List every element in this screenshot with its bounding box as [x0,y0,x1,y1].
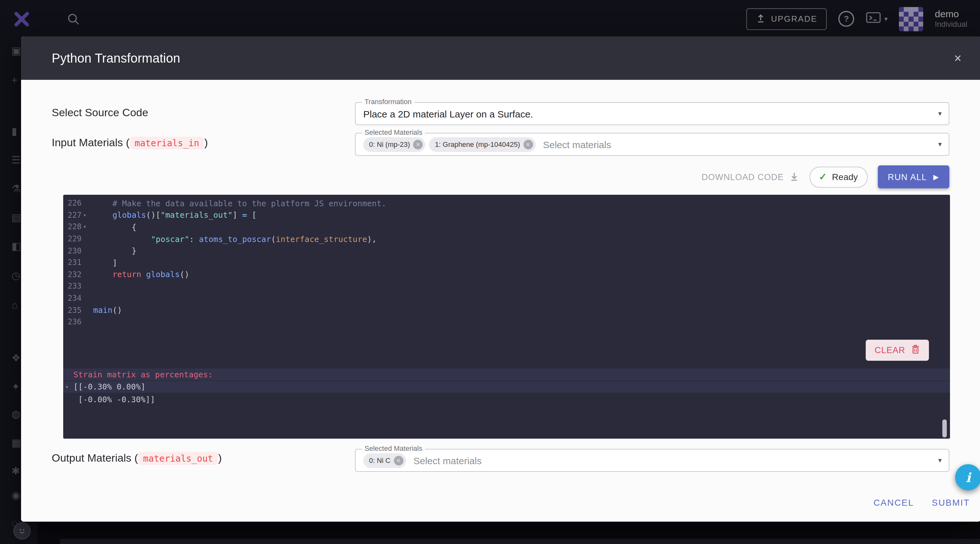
fold-caret-icon[interactable]: ▾ [83,212,86,218]
chevron-down-icon[interactable]: ▾ [938,456,942,464]
download-code-label: DOWNLOAD CODE [702,172,784,182]
code-panel: 226 # Make the data available to the pla… [63,195,950,439]
select-source-code-label: Select Source Code [52,107,148,119]
code-line: 229 "poscar": atoms_to_poscar(interface_… [63,233,950,245]
remove-chip-icon[interactable]: × [523,140,533,149]
selected-materials-label: Selected Materials [362,128,425,136]
submit-button[interactable]: SUBMIT [932,497,970,507]
transformation-value: Place a 2D material Layer on a Surface. [363,108,533,119]
code-line: 231 ] [63,257,950,269]
status-badge: ✓ Ready [809,166,867,188]
transformation-select[interactable]: Transformation Place a 2D material Layer… [355,102,949,125]
chip-label: 1: Graphene (mp-1040425) [435,140,520,148]
line-number: 228▾ [63,223,93,231]
download-code-button[interactable]: DOWNLOAD CODE [702,171,799,183]
input-materials-label: Input Materials (materials_in) [52,137,208,150]
input-materials-label-suffix: ) [204,137,208,150]
code-text: main() [93,305,122,315]
select-materials-placeholder: Select materials [543,139,611,150]
chip-label: 0: Ni C [369,457,390,464]
console-text: Strain matrix as percentages: [73,370,213,379]
material-chip[interactable]: 0: Ni (mp-23)× [363,137,425,152]
code-line: 230 } [63,245,950,257]
console-line: [-0.00% -0.30%]] [63,393,950,405]
output-materials-label: Output Materials (materials_out) [52,452,222,465]
line-number: 231 [63,258,93,267]
close-icon[interactable]: × [954,52,961,65]
line-number: 236 [63,317,93,326]
material-chip[interactable]: 1: Graphene (mp-1040425)× [429,137,535,152]
code-text: # Make the data available to the platfor… [93,199,386,208]
code-text: return globals() [93,270,189,279]
line-number: 227▾ [63,211,93,220]
console-line: ▾[[-0.30% 0.00%] [63,381,950,393]
code-line: 233 [63,280,950,292]
code-line: 232 return globals() [63,269,950,280]
remove-chip-icon[interactable]: × [394,456,403,465]
dialog-title: Python Transformation [52,51,180,65]
ready-label: Ready [832,172,858,182]
materials-out-code-chip: materials_out [138,452,217,465]
selected-materials-label: Selected Materials [362,444,425,452]
chevron-down-icon[interactable]: ▾ [938,140,942,148]
scrollbar-thumb[interactable] [942,420,947,437]
line-number: 233 [63,282,93,291]
input-materials-label-prefix: Input Materials ( [52,137,130,150]
clear-label: CLEAR [875,345,905,355]
console-line: Strain matrix as percentages: [63,368,950,380]
code-text: globals()["materials_out"] = [ [93,210,257,220]
code-line: 234 [63,293,950,304]
clear-button[interactable]: CLEAR [866,340,929,361]
output-console: Strain matrix as percentages:▾[[-0.30% 0… [63,368,950,406]
run-all-button[interactable]: RUN ALL ▶ [878,165,949,188]
input-materials-select[interactable]: Selected Materials 0: Ni (mp-23)×1: Grap… [355,133,949,156]
line-number: 235 [63,305,93,315]
console-text: [-0.00% -0.30%]] [73,394,155,404]
remove-chip-icon[interactable]: × [413,140,423,149]
console-text: [[-0.30% 0.00%] [73,382,146,392]
chevron-down-icon[interactable]: ▾ [938,110,942,118]
line-number: 232 [63,270,93,279]
output-materials-select[interactable]: Selected Materials 0: Ni C× Select mater… [355,449,949,472]
dialog-actions: CANCEL SUBMIT [873,497,970,507]
screen: UPGRADE ? ▾ [0,0,980,544]
code-line: 235main() [63,304,950,316]
python-transformation-dialog: Python Transformation × Select Source Co… [21,37,980,522]
play-icon: ▶ [933,173,939,181]
cancel-button[interactable]: CANCEL [873,497,914,507]
line-number: 229 [63,234,93,243]
input-material-chips: 0: Ni (mp-23)×1: Graphene (mp-1040425)× [363,137,535,152]
chip-label: 0: Ni (mp-23) [369,140,410,148]
line-number: 226 [63,199,93,208]
output-material-chips: 0: Ni C× [363,453,406,468]
line-number: 234 [63,294,93,303]
code-text: "poscar": atoms_to_poscar(interface_stru… [93,234,377,243]
download-icon [789,171,799,183]
material-chip[interactable]: 0: Ni C× [363,453,406,468]
code-text: ] [93,258,117,267]
code-text: } [93,246,136,255]
transformation-field-label: Transformation [362,98,414,105]
code-toolbar: DOWNLOAD CODE ✓ Ready RUN ALL ▶ [702,165,949,188]
line-number: 230 [63,246,93,255]
code-editor[interactable]: 226 # Make the data available to the pla… [63,197,950,328]
code-line: 226 # Make the data available to the pla… [63,197,950,209]
fold-caret-icon[interactable]: ▾ [83,224,86,230]
code-line: 227▾ globals()["materials_out"] = [ [63,209,950,221]
dialog-header: Python Transformation × [21,37,980,80]
check-icon: ✓ [819,171,827,183]
code-text: { [93,222,136,232]
materials-in-code-chip: materials_in [130,137,204,150]
output-materials-label-prefix: Output Materials ( [52,452,138,465]
output-materials-label-suffix: ) [218,452,221,465]
code-line: 228▾ { [63,221,950,233]
collapse-caret-icon[interactable]: ▾ [65,383,68,390]
info-button[interactable]: i [955,464,980,490]
select-materials-placeholder: Select materials [414,455,481,466]
trash-icon [911,344,920,356]
code-line: 236 [63,316,950,328]
run-all-label: RUN ALL [888,172,927,182]
